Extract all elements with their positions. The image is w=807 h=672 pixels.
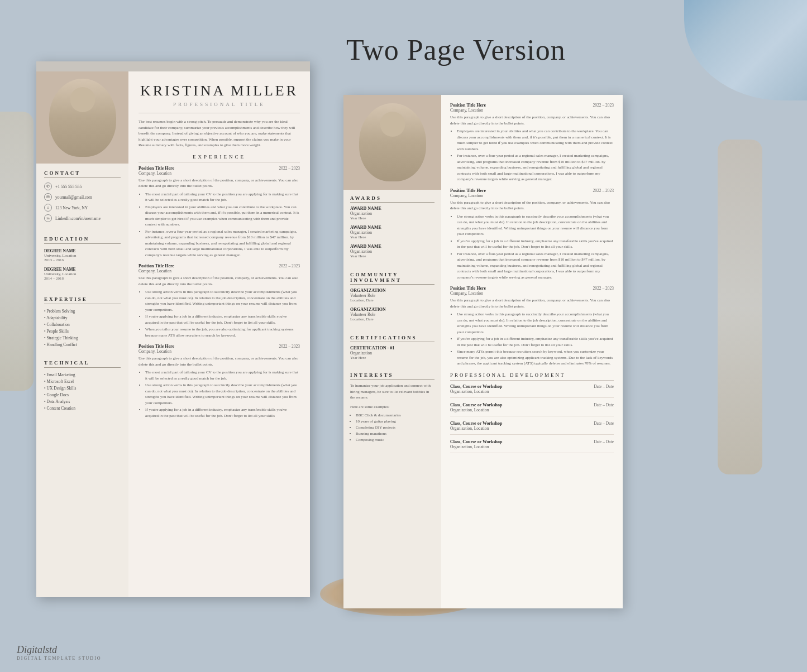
education-section: EDUCATION DEGREE NAME University, Locati… (36, 229, 128, 290)
degree-1-name: DEGREE NAME (44, 248, 121, 253)
p2-exp-item-2: Position Title Here 2022 – 2023 Company,… (450, 188, 614, 281)
exp-2-bullets: Use strong action verbs in this paragrap… (145, 289, 300, 338)
interest-5: Composing music (356, 438, 434, 442)
exp-1-company: Company, Location (139, 171, 300, 176)
exp-2-bullet-3: When you tailor your resume to the job, … (145, 327, 300, 338)
sidebar2: AWARDS AWARD NAME Organization Year Here… (343, 95, 441, 608)
phone-text: +1 555 555 555 (55, 184, 82, 189)
community-1: ORGANIZATION Volunteer Role Location, Da… (350, 288, 434, 303)
p2-exp-1-company: Company, Location (450, 108, 614, 113)
skill-4: People Skills (44, 329, 121, 334)
p2-exp-1-bullets: Employers are interested in your abiliti… (457, 128, 614, 183)
resume-page-1: CONTACT ✆ +1 555 555 555 ✉ yourmail@gmai… (36, 61, 310, 597)
tech-skill-2: Microsoft Excel (44, 379, 121, 384)
org-1-role: Volunteer Role (350, 293, 434, 298)
exp-2-company: Company, Location (139, 268, 300, 273)
technical-title: TECHNICAL (44, 360, 121, 368)
main-content: KRISTINA MILLER PROFESSIONAL TITLE The b… (128, 71, 310, 597)
phone-icon: ✆ (44, 183, 52, 190)
course-1-date: Date – Date (594, 384, 614, 394)
technical-section: TECHNICAL Email Marketing Microsoft Exce… (36, 353, 128, 417)
exp-2-bullet-1: Use strong action verbs in this paragrap… (145, 289, 300, 313)
contact-email: ✉ yourmail@gmail.com (44, 193, 121, 201)
header-bar (36, 61, 310, 71)
course-2-date: Date – Date (594, 402, 614, 412)
p2-exp-3-company: Company, Location (450, 291, 614, 296)
contact-title: CONTACT (44, 170, 121, 178)
interests-intro: To humanize your job application and con… (350, 383, 434, 401)
exp-1-title: Position Title Here (139, 166, 174, 171)
skill-6: Handling Conflict (44, 342, 121, 347)
course-1-name: Class, Course or Workshop (450, 384, 503, 389)
exp-3-bullet-1: The most crucial part of tailoring your … (145, 369, 300, 381)
exp-3-company: Company, Location (139, 349, 300, 354)
p2-exp-3-bullet-1: Use strong action verbs in this paragrap… (457, 311, 614, 335)
tech-skill-5: Data Analysis (44, 399, 121, 404)
award-2: AWARD NAME Organization Year Here (350, 225, 434, 239)
exp-3-bullet-3: If you're applying for a job in a differ… (145, 407, 300, 419)
brand-sub: DIGITAL TEMPLATE STUDIO (17, 656, 102, 661)
photo-placeholder (49, 79, 116, 157)
photo-area (36, 71, 128, 164)
award-1: AWARD NAME Organization Year Here (350, 206, 434, 220)
exp-2-bullet-2: If you're applying for a job in a differ… (145, 314, 300, 325)
decorative-marble-left (0, 112, 34, 391)
p2-exp-1-desc: Use this paragraph to give a short descr… (450, 114, 614, 126)
photo-area-2 (343, 95, 441, 190)
exp-1-bullet-2: Employers are interested in your abiliti… (145, 204, 300, 228)
p2-exp-3-bullet-3: Since many ATSs permit this because recr… (457, 349, 614, 367)
contact-phone: ✆ +1 555 555 555 (44, 183, 121, 190)
awards-title: AWARDS (350, 195, 434, 203)
location-icon: ⌂ (44, 204, 52, 212)
expertise-title: EXPERTISE (44, 296, 121, 304)
degree-1: DEGREE NAME University, Location 2013 – … (44, 248, 121, 262)
p2-exp-item-3: Position Title Here 2022 – 2023 Company,… (450, 286, 614, 367)
p2-exp-1-date: 2022 – 2023 (593, 103, 614, 108)
interest-3: Completing DIY projects (356, 425, 434, 430)
prof-dev-1: Class, Course or Workshop Organization, … (450, 384, 614, 398)
brand-logo: Digitalstd DIGITAL TEMPLATE STUDIO (17, 644, 102, 661)
tech-skill-3: UX Design Skills (44, 386, 121, 391)
candidate-name: KRISTINA MILLER (139, 83, 300, 99)
email-icon: ✉ (44, 193, 52, 201)
brand-name: Digitalstd (17, 644, 57, 655)
p2-exp-item-1: Position Title Here 2022 – 2023 Company,… (450, 103, 614, 183)
org-2-name: ORGANIZATION (350, 307, 434, 312)
p2-exp-3-bullets: Use strong action verbs in this paragrap… (457, 311, 614, 367)
community-title: COMMUNITY INVOLVMENT (350, 272, 434, 285)
award-1-name: AWARD NAME (350, 206, 434, 211)
p2-exp-3-title: Position Title Here (450, 286, 486, 291)
cert-1-name: CERTIFICATION - #1 (350, 345, 434, 351)
p2-exp-2-bullet-1: Use strong action verbs in this paragrap… (457, 214, 614, 237)
interests-example-intro: Here are some examples: (350, 404, 434, 410)
course-4-date: Date – Date (594, 439, 614, 449)
course-3-org: Organization, Location (450, 426, 503, 431)
p2-exp-3-date: 2022 – 2023 (593, 286, 614, 291)
exp-3-date: 2022 – 2023 (279, 344, 300, 349)
interest-1: BBC Click & documentaries (356, 413, 434, 417)
page-title: Two Page Version (346, 33, 566, 66)
exp-2-title: Position Title Here (139, 263, 174, 268)
org-1-name: ORGANIZATION (350, 288, 434, 293)
exp-1-date: 2022 – 2023 (279, 166, 300, 171)
community-2: ORGANIZATION Volunteer Role Location, Da… (350, 307, 434, 321)
p2-exp-2-bullets: Use strong action verbs in this paragrap… (457, 214, 614, 281)
org-2-detail: Location, Date (350, 317, 434, 321)
cert-title: CERTIFICATIONS (350, 335, 434, 342)
main-content-2: Position Title Here 2022 – 2023 Company,… (441, 95, 623, 608)
exp-3-bullet-2: Use strong action verbs in this paragrap… (145, 382, 300, 406)
course-4-name: Class, Course or Workshop (450, 439, 503, 444)
exp-item-2: Position Title Here 2022 – 2023 Company,… (139, 263, 300, 338)
skill-3: Collaboration (44, 322, 121, 327)
exp-item-1: Position Title Here 2022 – 2023 Company,… (139, 166, 300, 258)
p2-exp-2-desc: Use this paragraph to give a short descr… (450, 200, 614, 212)
award-3: AWARD NAME Organization Year Here (350, 244, 434, 258)
linkedin-icon: in (44, 214, 52, 222)
decorative-flowers (684, 0, 807, 100)
course-3-date: Date – Date (594, 421, 614, 431)
exp-3-desc: Use this paragraph to give a short descr… (139, 356, 300, 367)
address-text: 123 New York, NY (55, 205, 88, 210)
skill-5: Strategic Thinking (44, 335, 121, 340)
award-1-year: Year Here (350, 216, 434, 220)
p2-exp-2-company: Company, Location (450, 193, 614, 198)
